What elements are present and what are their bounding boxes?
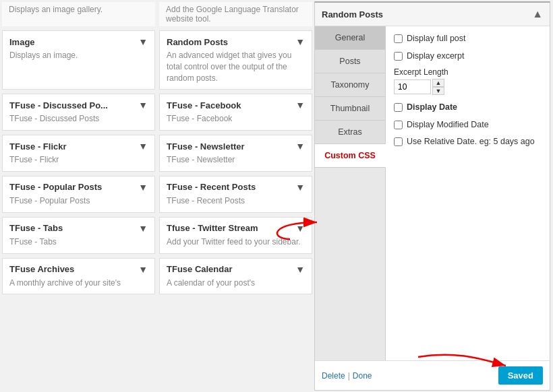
widget-desc: TFuse - Flickr (9, 154, 148, 166)
widget-desc: TFuse - Tabs (9, 236, 148, 248)
display-date-label: Display Date (407, 102, 457, 114)
footer-links: Delete | Done (322, 371, 372, 381)
widget-title: Random Posts (167, 37, 228, 47)
widget-title: TFuse - Tabs (9, 223, 63, 233)
list-item[interactable]: TFuse - Facebook ▼ TFuse - Facebook (159, 94, 312, 131)
collapse-icon[interactable]: ▲ (532, 8, 543, 20)
spinner-down[interactable]: ▼ (432, 87, 444, 95)
widget-dropdown-arrow[interactable]: ▼ (295, 182, 305, 193)
saved-button[interactable]: Saved (498, 366, 543, 385)
widget-title: TFuse - Recent Posts (167, 182, 256, 192)
widget-dropdown-arrow[interactable]: ▼ (138, 223, 148, 234)
display-modified-date-checkbox[interactable] (394, 121, 403, 129)
display-date-checkbox[interactable] (394, 103, 403, 112)
widget-title: TFuse - Flickr (9, 141, 67, 152)
widget-title: TFuse - Discussed Po... (9, 100, 108, 110)
tab-thumbnail[interactable]: Thumbnail (315, 97, 385, 121)
widget-title: TFuse - Popular Posts (9, 182, 102, 192)
tab-extras[interactable]: Extras (315, 121, 385, 144)
tab-custom-css[interactable]: Custom CSS (315, 144, 386, 168)
display-modified-date-row: Display Modified Date (394, 119, 542, 131)
widget-desc: Displays an image. (9, 50, 148, 61)
widget-desc: TFuse - Discussed Posts (9, 113, 148, 125)
delete-link[interactable]: Delete (322, 371, 345, 381)
list-item[interactable]: TFuse Calendar ▼ A calendar of your post… (159, 258, 312, 295)
widget-dropdown-arrow[interactable]: ▼ (295, 223, 305, 234)
top-note-right: Add the Google Language Translator websi… (166, 5, 299, 24)
widget-dropdown-arrow[interactable]: ▼ (295, 141, 305, 152)
widget-dropdown-arrow[interactable]: ▼ (295, 36, 305, 47)
widget-desc: Add your Twitter feed to your sidebar. (167, 236, 305, 248)
list-item[interactable]: TFuse - Flickr ▼ TFuse - Flickr (2, 135, 155, 172)
widget-title: TFuse - Newsletter (167, 141, 245, 152)
list-item[interactable]: TFuse - Recent Posts ▼ TFuse - Recent Po… (159, 176, 312, 213)
widget-title: TFuse - Facebook (167, 100, 241, 110)
panel-footer: Delete | Done Saved (315, 360, 550, 390)
excerpt-length-input[interactable] (394, 79, 431, 94)
widget-dropdown-arrow[interactable]: ▼ (138, 264, 148, 275)
list-item[interactable]: TFuse - Discussed Po... ▼ TFuse - Discus… (2, 94, 155, 131)
widget-desc: A calendar of your post's (167, 277, 305, 289)
widget-desc: TFuse - Recent Posts (167, 195, 305, 207)
widget-desc: TFuse - Popular Posts (9, 195, 148, 207)
widget-dropdown-arrow[interactable]: ▼ (295, 100, 305, 110)
top-note-left: Displays an image gallery. (9, 5, 103, 14)
use-relative-date-checkbox[interactable] (394, 137, 403, 146)
excerpt-length-label: Excerpt Length (394, 67, 542, 77)
widget-dropdown-arrow[interactable]: ▼ (138, 182, 148, 193)
widget-desc: A monthly archive of your site's (9, 277, 148, 289)
tab-general[interactable]: General (315, 26, 385, 50)
widget-dropdown-arrow[interactable]: ▼ (138, 100, 148, 110)
widget-title: TFuse Archives (9, 264, 74, 274)
widget-title: TFuse Calendar (167, 264, 233, 274)
list-item[interactable]: TFuse Archives ▼ A monthly archive of yo… (2, 258, 155, 295)
tab-posts[interactable]: Posts (315, 50, 385, 73)
use-relative-date-row: Use Relative Date. eg: 5 days ago (394, 136, 542, 148)
random-posts-panel: Random Posts ▲ GeneralPostsTaxonomyThumb… (314, 1, 550, 391)
excerpt-spinner[interactable]: ▲ ▼ (432, 79, 444, 95)
list-item[interactable]: TFuse - Newsletter ▼ TFuse - Newsletter (159, 135, 312, 172)
widget-dropdown-arrow[interactable]: ▼ (138, 141, 148, 152)
list-item[interactable]: Random Posts ▼ An advanced widget that g… (159, 30, 312, 90)
display-full-post-row: Display full post (394, 33, 542, 45)
display-date-row: Display Date (394, 102, 542, 114)
list-item[interactable]: Tfuse - Twitter Stream ▼ Add your Twitte… (159, 217, 312, 254)
display-excerpt-row: Display excerpt (394, 51, 542, 63)
use-relative-date-label: Use Relative Date. eg: 5 days ago (407, 136, 535, 148)
widget-desc: TFuse - Facebook (167, 113, 305, 125)
done-link[interactable]: Done (353, 371, 372, 381)
display-modified-date-label: Display Modified Date (407, 119, 489, 131)
panel-title-bar: Random Posts ▲ (315, 3, 550, 26)
excerpt-length-section: Excerpt Length ▲ ▼ (394, 67, 542, 95)
widget-dropdown-arrow[interactable]: ▼ (138, 36, 148, 47)
panel-title: Random Posts (322, 9, 383, 20)
display-excerpt-checkbox[interactable] (394, 52, 403, 61)
display-full-post-checkbox[interactable] (394, 34, 403, 43)
list-item[interactable]: TFuse - Popular Posts ▼ TFuse - Popular … (2, 176, 155, 213)
list-item[interactable]: TFuse - Tabs ▼ TFuse - Tabs (2, 217, 155, 254)
list-item[interactable]: Image ▼ Displays an image. (2, 30, 155, 90)
display-excerpt-label: Display excerpt (407, 51, 464, 63)
widget-dropdown-arrow[interactable]: ▼ (295, 264, 305, 275)
widget-desc: TFuse - Newsletter (167, 154, 305, 166)
tab-taxonomy[interactable]: Taxonomy (315, 73, 385, 97)
footer-separator: | (348, 371, 350, 381)
widget-desc: An advanced widget that gives you total … (167, 50, 305, 84)
display-full-post-label: Display full post (407, 33, 466, 45)
spinner-up[interactable]: ▲ (432, 79, 444, 87)
widget-title: Image (9, 37, 35, 47)
widget-title: Tfuse - Twitter Stream (167, 223, 258, 233)
